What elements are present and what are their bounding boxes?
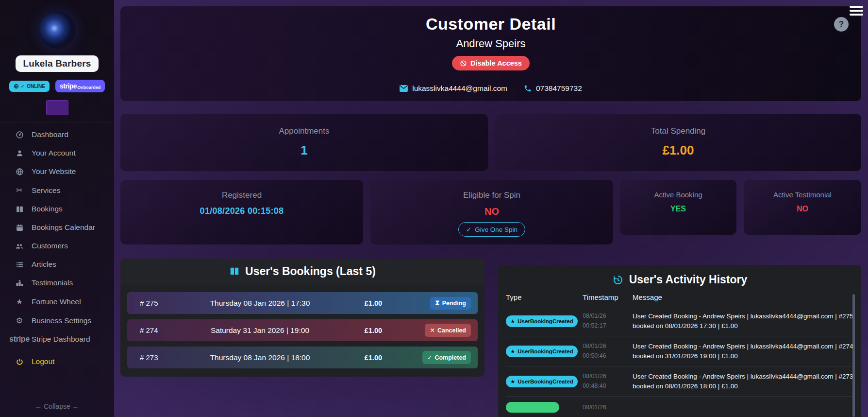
people-icon	[15, 242, 24, 250]
main-content: Customer Detail Andrew Speirs Disable Ac…	[114, 0, 868, 417]
sidebar-item-customers[interactable]: Customers	[0, 237, 114, 255]
booking-datetime: Thursday 08 Jan 2026 | 17:30	[178, 299, 342, 308]
star-icon: ★	[15, 297, 24, 306]
activity-row: ★UserBookingCreated 08/01/2600:52:17 Use…	[506, 306, 853, 336]
help-button[interactable]: ?	[834, 17, 849, 32]
hourglass-icon	[435, 300, 440, 306]
booking-price: £1.00	[342, 299, 405, 307]
bookings-panel-title: User's Bookings (Last 5)	[245, 265, 376, 278]
page-title: Customer Detail	[120, 15, 861, 34]
eligible-spin-card: Eligible for Spin NO ✓ Give One Spin	[370, 180, 613, 244]
activity-row: 08/01/26	[506, 397, 853, 417]
sidebar: Lukela Barbers ✓ ONLINE stripe Onboarded…	[0, 0, 114, 417]
booking-price: £1.00	[342, 354, 405, 362]
active-booking-label: Active Booking	[654, 191, 702, 199]
phone-text: 07384759732	[536, 84, 582, 93]
registered-value: 01/08/2026 00:15:08	[200, 206, 284, 216]
activity-type-badge: ★UserBookingCreated	[506, 346, 578, 357]
sidebar-item-label: Customers	[32, 242, 68, 250]
sidebar-nav: Dashboard Your Account Your Website ✂ Se…	[0, 125, 114, 371]
sidebar-collapse-button[interactable]: ← Collapse ←	[0, 402, 114, 410]
booking-row[interactable]: # 275 Thursday 08 Jan 2026 | 17:30 £1.00…	[127, 292, 478, 314]
activity-date: 08/01/26	[583, 312, 629, 321]
sidebar-item-label: Dashboard	[32, 130, 68, 139]
activity-time: 00:50:46	[583, 351, 629, 361]
person-icon	[15, 149, 24, 157]
sidebar-item-dashboard[interactable]: Dashboard	[0, 125, 114, 144]
sidebar-item-label: Services	[32, 186, 60, 195]
phone-icon	[524, 85, 532, 92]
col-type: Type	[506, 293, 579, 301]
sidebar-item-bookings[interactable]: Bookings	[0, 200, 114, 218]
give-one-spin-button[interactable]: ✓ Give One Spin	[458, 222, 525, 237]
sidebar-item-fortune-wheel[interactable]: ★ Fortune Wheel	[0, 292, 114, 311]
sidebar-item-articles[interactable]: Articles	[0, 255, 114, 274]
sidebar-item-bookings-calendar[interactable]: Bookings Calendar	[0, 218, 114, 237]
sidebar-item-logout[interactable]: Logout	[0, 352, 114, 371]
activity-history-panel: User's Activity History Type Timestamp M…	[498, 265, 861, 417]
customer-name: Andrew Speirs	[120, 37, 861, 50]
sidebar-item-label: Your Account	[32, 149, 76, 157]
activity-type-label: UserBookingCreated	[517, 379, 573, 384]
customer-phone[interactable]: 07384759732	[524, 84, 582, 93]
online-badge-label: ONLINE	[27, 84, 45, 89]
status-label: Cancelled	[437, 327, 466, 334]
sidebar-item-label: Stripe Dashboard	[32, 335, 90, 344]
globe-icon	[14, 84, 19, 89]
appointments-value: 1	[300, 143, 307, 158]
disable-access-button[interactable]: Disable Access	[452, 56, 530, 70]
activity-date: 08/01/26	[583, 403, 629, 412]
activity-type-label: UserBookingCreated	[517, 318, 573, 324]
customer-email[interactable]: lukasslivka4444@gmail.com	[400, 84, 507, 93]
registered-card: Registered 01/08/2026 00:15:08	[120, 180, 363, 244]
activity-time: 00:48:40	[583, 382, 629, 391]
no-entry-icon	[460, 60, 467, 67]
sidebar-item-your-account[interactable]: Your Account	[0, 144, 114, 162]
active-testimonial-label: Active Testimonial	[773, 191, 832, 199]
question-mark-icon: ?	[839, 19, 844, 29]
status-badge-cancelled: ✕ Cancelled	[425, 324, 471, 337]
star-icon: ★	[510, 378, 515, 385]
sidebar-item-label: Testimonials	[32, 278, 73, 287]
stripe-badge-word: stripe	[60, 82, 77, 90]
sidebar-item-testimonials[interactable]: Testimonials	[0, 274, 114, 292]
hamburger-menu-icon[interactable]	[850, 6, 863, 17]
online-status-badge: ✓ ONLINE	[9, 81, 50, 92]
status-badge-pending: Pending	[430, 297, 471, 310]
appointments-label: Appointments	[279, 126, 330, 136]
stripe-icon: stripe	[15, 335, 24, 344]
sidebar-item-business-settings[interactable]: ⚙ Business Settings	[0, 311, 114, 330]
col-message: Message	[633, 293, 853, 301]
sidebar-item-services[interactable]: ✂ Services	[0, 181, 114, 200]
scissors-icon: ✂	[15, 186, 24, 195]
gears-icon: ⚙	[15, 316, 24, 325]
activity-scrollbar[interactable]	[852, 294, 855, 417]
sidebar-item-label: Logout	[32, 357, 54, 366]
activity-type-badge	[506, 402, 559, 413]
globe-icon	[15, 168, 24, 176]
stripe-onboarded-badge: stripe Onboarded	[55, 80, 105, 92]
sidebar-item-your-website[interactable]: Your Website	[0, 162, 114, 181]
sidebar-item-stripe-dashboard[interactable]: stripe Stripe Dashboard	[0, 330, 114, 348]
booking-row[interactable]: # 274 Saturday 31 Jan 2026 | 19:00 £1.00…	[127, 319, 478, 341]
activity-message: User Created Booking - Andrew Speirs | l…	[633, 312, 853, 330]
active-testimonial-value: NO	[797, 205, 808, 213]
stripe-badge-sub: Onboarded	[77, 85, 100, 90]
activity-type-label: UserBookingCreated	[517, 348, 573, 354]
customer-detail-header: Customer Detail Andrew Speirs Disable Ac…	[120, 6, 861, 101]
col-timestamp: Timestamp	[583, 293, 629, 301]
book-icon	[15, 205, 24, 213]
star-icon: ★	[510, 318, 515, 325]
activity-panel-title: User's Activity History	[629, 273, 748, 286]
x-icon: ✕	[430, 327, 434, 334]
star-icon: ★	[510, 348, 515, 355]
eligible-spin-value: NO	[484, 206, 499, 217]
booking-id: # 273	[127, 353, 178, 362]
history-icon	[612, 274, 624, 286]
booking-row[interactable]: # 273 Thursday 08 Jan 2026 | 18:00 £1.00…	[127, 347, 478, 368]
sidebar-item-label: Your Website	[32, 167, 76, 176]
sidebar-item-label: Bookings	[32, 205, 63, 213]
activity-type-badge: ★UserBookingCreated	[506, 376, 578, 387]
active-testimonial-card: Active Testimonial NO	[744, 180, 861, 235]
dashboard-icon	[15, 131, 24, 139]
